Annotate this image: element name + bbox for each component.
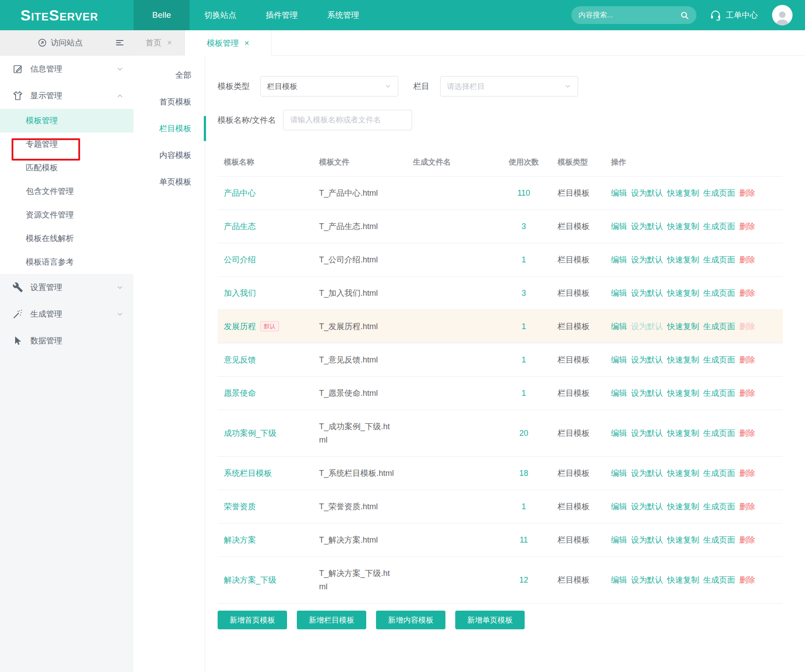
sidebar-item-data-admin[interactable]: 数据管理 (0, 327, 133, 354)
action-delete[interactable]: 删除 (739, 535, 755, 544)
template-type-nav-item[interactable]: 内容模板 (133, 142, 205, 169)
sidebar-subitem[interactable]: 模板管理 (0, 109, 133, 133)
sidebar-item-generate-admin[interactable]: 生成管理 (0, 301, 133, 327)
action-generate-page[interactable]: 生成页面 (703, 389, 735, 398)
action-edit[interactable]: 编辑 (611, 535, 627, 544)
sidebar-subitem[interactable]: 匹配模板 (0, 156, 133, 180)
action-quick-copy[interactable]: 快速复制 (667, 189, 699, 197)
action-generate-page[interactable]: 生成页面 (703, 189, 735, 197)
action-delete[interactable]: 删除 (739, 575, 755, 584)
add-file-template-button[interactable]: 新增单页模板 (455, 611, 525, 629)
add-content-template-button[interactable]: 新增内容模板 (376, 611, 445, 629)
content-search-input[interactable] (578, 11, 680, 19)
action-delete[interactable]: 删除 (739, 255, 755, 264)
template-type-nav-item[interactable]: 单页模板 (133, 169, 205, 195)
action-delete[interactable]: 删除 (739, 355, 755, 364)
action-generate-page[interactable]: 生成页面 (703, 469, 735, 478)
action-quick-copy[interactable]: 快速复制 (667, 389, 699, 398)
template-name-link[interactable]: 解决方案_下级 (224, 575, 276, 584)
action-generate-page[interactable]: 生成页面 (703, 289, 735, 298)
action-generate-page[interactable]: 生成页面 (703, 355, 735, 364)
action-set-default[interactable]: 设为默认 (631, 535, 663, 544)
template-name-link[interactable]: 系统栏目模板 (224, 469, 272, 478)
sidebar-subitem[interactable]: 模板语言参考 (0, 250, 133, 274)
action-generate-page[interactable]: 生成页面 (703, 535, 735, 544)
action-generate-page[interactable]: 生成页面 (703, 255, 735, 264)
channel-select[interactable]: 请选择栏目 (440, 76, 578, 97)
action-quick-copy[interactable]: 快速复制 (667, 255, 699, 264)
template-name-link[interactable]: 意见反馈 (224, 355, 256, 364)
action-edit[interactable]: 编辑 (611, 389, 627, 398)
visit-site-label[interactable]: 访问站点 (51, 37, 83, 48)
template-name-link[interactable]: 愿景使命 (224, 389, 256, 398)
action-set-default[interactable]: 设为默认 (631, 429, 663, 438)
template-type-nav-item[interactable]: 全部 (133, 62, 205, 89)
template-name-link[interactable]: 产品生态 (224, 222, 256, 231)
action-set-default[interactable]: 设为默认 (631, 502, 663, 511)
action-quick-copy[interactable]: 快速复制 (667, 535, 699, 544)
action-edit[interactable]: 编辑 (611, 355, 627, 364)
tab-home[interactable]: 首页 ✕ (133, 30, 185, 55)
action-delete[interactable]: 删除 (739, 389, 755, 398)
user-avatar[interactable] (772, 5, 793, 25)
action-set-default[interactable]: 设为默认 (631, 575, 663, 584)
action-set-default[interactable]: 设为默认 (631, 289, 663, 298)
template-type-nav-item[interactable]: 栏目模板 (133, 115, 205, 142)
template-name-link[interactable]: 解决方案 (224, 535, 256, 544)
sidebar-subitem[interactable]: 包含文件管理 (0, 180, 133, 203)
sidebar-subitem[interactable]: 模板在线解析 (0, 227, 133, 250)
action-quick-copy[interactable]: 快速复制 (667, 575, 699, 584)
action-edit[interactable]: 编辑 (611, 575, 627, 584)
action-edit[interactable]: 编辑 (611, 502, 627, 511)
action-edit[interactable]: 编辑 (611, 469, 627, 478)
action-edit[interactable]: 编辑 (611, 429, 627, 438)
content-search-box[interactable] (571, 6, 696, 24)
template-type-nav-item[interactable]: 首页模板 (133, 89, 205, 115)
template-type-select[interactable]: 栏目模板 (260, 76, 398, 97)
collapse-menu-icon[interactable] (115, 38, 125, 48)
action-generate-page[interactable]: 生成页面 (703, 222, 735, 231)
sidebar-item-display-admin[interactable]: 显示管理 (0, 82, 133, 109)
topnav-system-admin[interactable]: 系统管理 (312, 0, 374, 30)
action-edit[interactable]: 编辑 (611, 289, 627, 298)
action-edit[interactable]: 编辑 (611, 255, 627, 264)
topnav-switch-site[interactable]: 切换站点 (190, 0, 251, 30)
search-icon[interactable] (680, 11, 689, 20)
action-quick-copy[interactable]: 快速复制 (667, 429, 699, 438)
action-quick-copy[interactable]: 快速复制 (667, 469, 699, 478)
close-icon[interactable]: ✕ (167, 39, 172, 46)
current-site-button[interactable]: Belle (133, 0, 190, 30)
action-generate-page[interactable]: 生成页面 (703, 429, 735, 438)
template-name-link[interactable]: 加入我们 (224, 289, 256, 298)
template-name-link[interactable]: 公司介绍 (224, 255, 256, 264)
action-edit[interactable]: 编辑 (611, 222, 627, 231)
topnav-plugin-admin[interactable]: 插件管理 (251, 0, 312, 30)
action-quick-copy[interactable]: 快速复制 (667, 502, 699, 511)
action-quick-copy[interactable]: 快速复制 (667, 355, 699, 364)
action-set-default[interactable]: 设为默认 (631, 469, 663, 478)
sidebar-item-settings-admin[interactable]: 设置管理 (0, 274, 133, 301)
add-index-template-button[interactable]: 新增首页模板 (218, 611, 287, 629)
action-quick-copy[interactable]: 快速复制 (667, 322, 699, 331)
action-quick-copy[interactable]: 快速复制 (667, 222, 699, 231)
action-set-default[interactable]: 设为默认 (631, 189, 663, 197)
action-delete[interactable]: 删除 (739, 429, 755, 438)
template-name-input[interactable] (283, 110, 412, 130)
template-name-link[interactable]: 成功案例_下级 (224, 429, 276, 438)
action-set-default[interactable]: 设为默认 (631, 222, 663, 231)
action-generate-page[interactable]: 生成页面 (703, 575, 735, 584)
ticket-center-button[interactable]: 工单中心 (710, 9, 758, 21)
action-edit[interactable]: 编辑 (611, 189, 627, 197)
action-quick-copy[interactable]: 快速复制 (667, 289, 699, 298)
sidebar-item-info-admin[interactable]: 信息管理 (0, 56, 133, 82)
template-name-link[interactable]: 产品中心 (224, 189, 256, 197)
action-delete[interactable]: 删除 (739, 189, 755, 197)
template-name-link[interactable]: 荣誉资质 (224, 502, 256, 511)
tab-template-management[interactable]: 模板管理 ✕ (185, 30, 272, 56)
close-icon[interactable]: ✕ (244, 40, 250, 47)
action-delete[interactable]: 删除 (739, 502, 755, 511)
action-set-default[interactable]: 设为默认 (631, 255, 663, 264)
template-name-link[interactable]: 发展历程 (224, 322, 256, 331)
action-delete[interactable]: 删除 (739, 469, 755, 478)
add-channel-template-button[interactable]: 新增栏目模板 (297, 611, 366, 629)
